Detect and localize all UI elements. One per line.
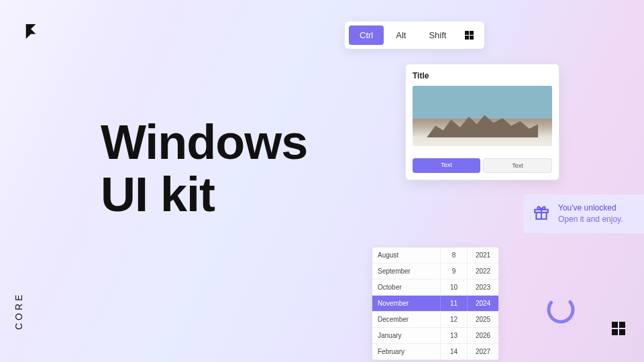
date-row[interactable]: February142027 bbox=[372, 344, 498, 360]
headline-line1: Windows bbox=[101, 117, 307, 169]
month-cell: December bbox=[372, 312, 441, 327]
date-row[interactable]: September92022 bbox=[372, 263, 498, 280]
gift-icon bbox=[533, 204, 550, 224]
year-cell: 2021 bbox=[468, 247, 498, 263]
month-cell: February bbox=[372, 344, 441, 359]
day-cell: 11 bbox=[441, 296, 468, 311]
windows-key-button[interactable] bbox=[458, 25, 480, 45]
year-cell: 2024 bbox=[468, 296, 498, 311]
month-cell: November bbox=[372, 296, 441, 311]
month-cell: October bbox=[372, 280, 441, 295]
framer-logo bbox=[24, 24, 38, 39]
day-cell: 13 bbox=[441, 328, 468, 343]
date-picker[interactable]: August82021September92022October102023No… bbox=[372, 247, 499, 361]
month-cell: September bbox=[372, 263, 441, 279]
page-title: Windows UI kit bbox=[101, 117, 307, 221]
alt-button[interactable]: Alt bbox=[385, 25, 417, 45]
year-cell: 2022 bbox=[468, 263, 498, 279]
date-row[interactable]: January132026 bbox=[372, 328, 498, 344]
date-row[interactable]: October102023 bbox=[372, 280, 498, 296]
year-cell: 2026 bbox=[468, 328, 498, 343]
year-cell: 2027 bbox=[468, 344, 498, 359]
year-cell: 2023 bbox=[468, 280, 498, 295]
day-cell: 8 bbox=[441, 247, 468, 263]
ctrl-button[interactable]: Ctrl bbox=[349, 25, 384, 45]
date-row[interactable]: November112024 bbox=[372, 296, 498, 312]
modifier-toolbar: Ctrl Alt Shift bbox=[345, 21, 484, 49]
toast-text: You've unlocked Open it and enjoy. bbox=[558, 202, 623, 225]
month-cell: January bbox=[372, 328, 441, 343]
svg-point-3 bbox=[544, 293, 578, 327]
card-image bbox=[413, 86, 552, 146]
loading-spinner bbox=[546, 295, 576, 324]
unlock-toast[interactable]: You've unlocked Open it and enjoy. bbox=[523, 194, 644, 233]
core-label: CORE bbox=[13, 292, 24, 330]
date-row[interactable]: August82021 bbox=[372, 247, 498, 263]
day-cell: 9 bbox=[441, 263, 468, 279]
card-button-row: Text Text bbox=[413, 158, 552, 173]
card-secondary-button[interactable]: Text bbox=[483, 158, 552, 173]
windows-icon bbox=[465, 31, 474, 40]
toast-title: You've unlocked bbox=[558, 202, 623, 214]
preview-card: Title Text Text bbox=[405, 64, 559, 180]
shift-button[interactable]: Shift bbox=[418, 25, 457, 45]
headline-line2: UI kit bbox=[101, 169, 307, 221]
card-primary-button[interactable]: Text bbox=[413, 158, 480, 173]
toast-subtitle: Open it and enjoy. bbox=[558, 214, 623, 225]
card-title: Title bbox=[413, 71, 552, 80]
year-cell: 2025 bbox=[468, 312, 498, 327]
day-cell: 12 bbox=[441, 312, 468, 327]
month-cell: August bbox=[372, 247, 441, 263]
day-cell: 10 bbox=[441, 280, 468, 295]
day-cell: 14 bbox=[441, 344, 468, 359]
date-row[interactable]: December122025 bbox=[372, 312, 498, 328]
windows-icon bbox=[612, 322, 625, 335]
